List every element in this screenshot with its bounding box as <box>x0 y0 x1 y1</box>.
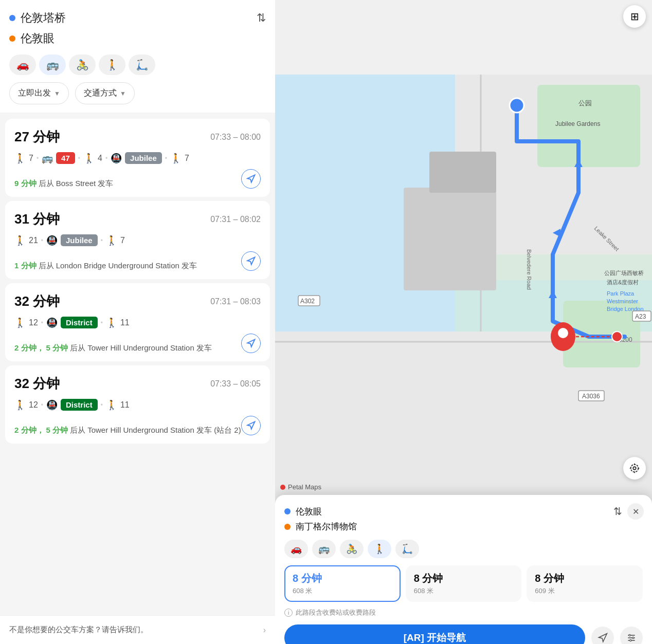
wo-distance-2: 608 米 <box>414 586 514 596</box>
svg-point-47 <box>632 637 634 638</box>
svg-text:酒店&度假村: 酒店&度假村 <box>607 279 639 285</box>
tube-icon-2: 🚇 <box>46 235 58 246</box>
wo-duration-1: 8 分钟 <box>293 572 392 585</box>
transit-arrow: ▼ <box>120 90 126 97</box>
petal-text: Petal Maps <box>288 483 321 491</box>
svg-marker-42 <box>599 634 607 642</box>
svg-marker-2 <box>247 340 255 347</box>
feedback-bar[interactable]: 不是你想要的公交车方案？请告诉我们。 › <box>0 615 275 644</box>
walk-icon-1a: 🚶 <box>14 153 26 164</box>
route-3-steps: 🚶 12 • 🚇 District • 🚶 11 <box>14 317 261 328</box>
toll-notice: i 此路段含收费站或收费路段 <box>284 608 643 617</box>
bottom-tab-car[interactable]: 🚗 <box>284 540 308 558</box>
svg-marker-1 <box>247 257 255 265</box>
svg-point-41 <box>631 465 639 472</box>
route-1-top: 27 分钟 07:33 – 08:00 <box>14 128 261 146</box>
svg-point-27 <box>510 98 524 113</box>
bottom-tabs: 🚗 🚌 🚴 🚶 🛴 <box>284 540 643 558</box>
bottom-tab-transit[interactable]: 🚌 <box>312 540 336 558</box>
route-endpoints: 伦敦塔桥 ⇅ 伦敦眼 <box>9 10 266 46</box>
transit-filter[interactable]: 交通方式 ▼ <box>75 82 135 104</box>
nav-btn-1[interactable] <box>241 169 261 189</box>
route-card-1[interactable]: 27 分钟 07:33 – 08:00 🚶 7 • 🚌 47 • 🚶 4 • 🚇… <box>5 119 270 197</box>
route-4-duration: 32 分钟 <box>14 375 60 393</box>
wo-distance-3: 609 米 <box>535 586 635 596</box>
header-card: 伦敦塔桥 ⇅ 伦敦眼 🚗 🚌 🚴 🚶 🛴 立即出发 ▼ 交通方式 ▼ <box>0 0 275 113</box>
depart-arrow: ▼ <box>54 90 60 97</box>
badge-jubilee-1: Jubilee <box>125 152 162 164</box>
layers-button[interactable]: ⊞ <box>623 5 646 28</box>
route-2-duration: 31 分钟 <box>14 210 60 228</box>
nav-btn-3[interactable] <box>241 334 261 353</box>
svg-text:Belvedere Road: Belvedere Road <box>526 249 532 290</box>
origin-label: 伦敦塔桥 <box>21 10 66 26</box>
location-button[interactable] <box>623 457 646 480</box>
route-3-top: 32 分钟 07:31 – 08:03 <box>14 292 261 310</box>
badge-47: 47 <box>56 152 75 164</box>
bottom-tab-bike[interactable]: 🚴 <box>340 540 364 558</box>
tab-bike[interactable]: 🚴 <box>69 54 96 75</box>
tab-transit[interactable]: 🚌 <box>39 54 66 75</box>
route-1-depart: 9 分钟 后从 Boss Street 发车 <box>14 179 113 189</box>
svg-text:A302: A302 <box>300 298 315 305</box>
svg-text:Westminster: Westminster <box>607 298 638 304</box>
nav-btn-2[interactable] <box>241 251 261 271</box>
badge-jubilee-2: Jubilee <box>61 234 98 246</box>
route-3-time: 07:31 – 08:03 <box>210 297 261 306</box>
walk-icon-1c: 🚶 <box>170 153 182 164</box>
walk-icon-1b: 🚶 <box>83 153 95 164</box>
walk-option-3[interactable]: 8 分钟 609 米 <box>527 565 643 602</box>
filter-row: 立即出发 ▼ 交通方式 ▼ <box>9 82 266 104</box>
walk-icon-4b: 🚶 <box>106 399 117 411</box>
destination-dot <box>9 35 15 42</box>
route-card-2[interactable]: 31 分钟 07:31 – 08:02 🚶 21 • 🚇 Jubilee • 🚶… <box>5 201 270 279</box>
svg-text:Jubilee Gardens: Jubilee Gardens <box>555 120 600 127</box>
route-card-4[interactable]: 32 分钟 07:33 – 08:05 🚶 12 • 🚇 District • … <box>5 365 270 444</box>
routes-list: 27 分钟 07:33 – 08:00 🚶 7 • 🚌 47 • 🚶 4 • 🚇… <box>0 115 275 615</box>
route-4-time: 07:33 – 08:05 <box>210 379 261 389</box>
ar-nav-button[interactable]: [AR] 开始导航 <box>284 624 585 644</box>
svg-marker-3 <box>247 422 255 429</box>
origin-row: 伦敦塔桥 ⇅ <box>9 10 266 26</box>
svg-point-29 <box>558 328 568 338</box>
badge-district-3: District <box>61 317 98 328</box>
route-4-depart: 2 分钟， 5 分钟 后从 Tower Hill Underground Sta… <box>14 426 241 435</box>
svg-marker-0 <box>247 175 255 182</box>
walk-num-3a: 12 <box>29 318 38 327</box>
bottom-swap-button[interactable]: ⇅ <box>613 505 622 518</box>
bottom-close-button[interactable]: ✕ <box>627 503 644 520</box>
swap-button[interactable]: ⇅ <box>257 11 266 25</box>
walk-num-4b: 11 <box>120 400 130 410</box>
walk-option-2[interactable]: 8 分钟 608 米 <box>406 565 522 602</box>
walk-num-2a: 21 <box>29 236 38 245</box>
svg-text:A23: A23 <box>635 313 646 320</box>
bottom-tab-walk[interactable]: 🚶 <box>368 540 391 558</box>
settings-icon-button[interactable] <box>620 627 643 644</box>
depart-filter[interactable]: 立即出发 ▼ <box>9 82 69 104</box>
bottom-endpoints: 伦敦眼 ⇅ 南丁格尔博物馆 <box>284 505 643 532</box>
svg-point-40 <box>633 467 636 470</box>
wo-duration-3: 8 分钟 <box>535 572 635 585</box>
navigate-icon-button[interactable] <box>591 627 614 644</box>
toll-text: 此路段含收费站或收费路段 <box>296 608 376 617</box>
route-4-steps: 🚶 12 • 🚇 District • 🚶 11 <box>14 399 261 411</box>
wo-duration-2: 8 分钟 <box>414 572 514 585</box>
route-card-3[interactable]: 32 分钟 07:31 – 08:03 🚶 12 • 🚇 District • … <box>5 283 270 361</box>
tab-car[interactable]: 🚗 <box>9 54 36 75</box>
tab-cycle[interactable]: 🛴 <box>129 54 155 75</box>
bottom-tab-cycle[interactable]: 🛴 <box>395 540 419 558</box>
walk-icon-2b: 🚶 <box>106 235 117 246</box>
walk-icon-4a: 🚶 <box>14 399 26 411</box>
walk-option-1[interactable]: 8 分钟 608 米 <box>284 565 401 602</box>
svg-text:Park Plaza: Park Plaza <box>607 290 635 297</box>
destination-row: 伦敦眼 <box>9 31 266 46</box>
route-2-time: 07:31 – 08:02 <box>210 215 261 224</box>
walk-icon-3a: 🚶 <box>14 317 26 328</box>
bottom-dest-dot <box>284 524 291 530</box>
nav-btn-4[interactable] <box>241 416 261 435</box>
route-1-steps: 🚶 7 • 🚌 47 • 🚶 4 • 🚇 Jubilee • 🚶 7 <box>14 152 261 164</box>
svg-point-30 <box>612 332 622 342</box>
tab-walk[interactable]: 🚶 <box>99 54 125 75</box>
walk-icon-2a: 🚶 <box>14 235 26 246</box>
tube-icon-3: 🚇 <box>46 317 58 328</box>
